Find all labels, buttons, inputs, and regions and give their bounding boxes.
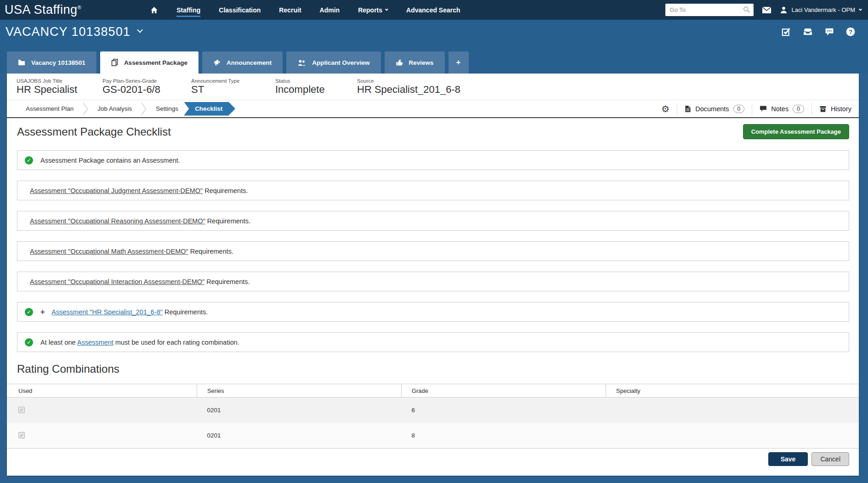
user-menu[interactable]: Laci Vandermark - OPM	[780, 6, 862, 14]
primary-nav: Staffing Classification Recruit Admin Re…	[150, 6, 460, 14]
settings-gear-button[interactable]: ⚙	[654, 103, 677, 115]
check-circle-icon: ✓	[25, 156, 33, 165]
info-job-title: USAJOBS Job Title HR Specialist	[17, 78, 84, 95]
app-logo[interactable]: USA Staffing®	[5, 3, 81, 17]
chevron-down-icon	[859, 8, 862, 11]
notes-count-badge: 0	[793, 105, 804, 113]
tab-label: Vacancy 10138501	[31, 59, 85, 66]
megaphone-icon	[213, 59, 221, 66]
svg-text:?: ?	[849, 28, 852, 35]
info-label: Pay Plan-Series-Grade	[102, 78, 173, 84]
step-settings[interactable]: Settings	[147, 105, 187, 112]
grade-cell: 6	[401, 398, 606, 423]
tab-label: Announcement	[227, 59, 272, 66]
vacancy-bar: VACANCY 10138501 ?	[0, 20, 868, 44]
specialty-cell	[606, 423, 859, 448]
checklist-item: ✓ Assessment Package contains an Assessm…	[17, 150, 849, 170]
cancel-button[interactable]: Cancel	[811, 452, 849, 466]
plus-icon: +	[456, 58, 461, 67]
vacancy-title-menu[interactable]: VACANCY 10138501	[6, 25, 142, 39]
chevron-down-icon	[385, 8, 388, 11]
info-value: GS-0201-6/8	[102, 84, 173, 95]
workspace-tabs: Vacancy 10138501 Assessment Package Anno…	[0, 44, 868, 74]
inbox-icon[interactable]	[803, 28, 813, 36]
registered-mark: ®	[78, 5, 82, 10]
assessment-requirements-link[interactable]: Assessment "Occupational Math Assessment…	[30, 248, 188, 255]
nav-staffing[interactable]: Staffing	[176, 6, 200, 17]
nav-classification[interactable]: Classification	[219, 6, 261, 14]
tasks-icon[interactable]	[782, 27, 791, 36]
checklist-text: Assessment Package contains an Assessmen…	[40, 157, 180, 164]
gear-icon: ⚙	[661, 104, 669, 114]
info-label: Status	[275, 78, 339, 84]
thumbs-up-icon	[396, 59, 403, 66]
assessment-requirements-link[interactable]: Assessment "HR Specialist_201_6-8"	[51, 308, 163, 316]
add-tab-button[interactable]: +	[448, 51, 469, 74]
complete-assessment-package-button[interactable]: Complete Assessment Package	[743, 124, 849, 139]
nav-recruit[interactable]: Recruit	[279, 6, 301, 14]
folder-icon	[18, 59, 25, 66]
search-icon[interactable]	[743, 6, 750, 15]
vacancy-quick-icons: ?	[782, 27, 855, 36]
tab-label: Reviews	[409, 59, 434, 66]
user-icon	[780, 6, 788, 14]
rating-combinations-section: Rating Combinations Used Series Grade Sp…	[7, 363, 859, 470]
step-job-analysis[interactable]: Job Analysis	[88, 105, 141, 112]
notes-button[interactable]: Notes 0	[752, 103, 811, 115]
assessment-requirements-link[interactable]: Assessment "Occupational Interaction Ass…	[30, 278, 204, 285]
nav-reports[interactable]: Reports	[358, 6, 388, 14]
tab-assessment-package[interactable]: Assessment Package	[100, 51, 199, 74]
info-status: Status Incomplete	[275, 78, 339, 95]
tab-reviews[interactable]: Reviews	[385, 51, 445, 74]
step-assessment-plan[interactable]: Assessment Plan	[17, 105, 83, 112]
series-cell: 0201	[197, 398, 401, 423]
checklist-text: must be used for each rating combination…	[113, 339, 239, 346]
content-panel: USAJOBS Job Title HR Specialist Pay Plan…	[7, 74, 859, 476]
mail-icon[interactable]	[762, 6, 772, 14]
info-value: HR Specialist	[17, 84, 84, 95]
tab-applicant-overview[interactable]: Applicant Overview	[286, 51, 380, 74]
expand-toggle[interactable]: +	[40, 308, 45, 316]
assessment-requirements-link[interactable]: Assessment "Occupational Reasoning Asses…	[30, 217, 205, 225]
tab-announcement[interactable]: Announcement	[202, 51, 283, 74]
checklist-text: Requirements.	[163, 308, 208, 316]
page-title: Assessment Package Checklist	[17, 125, 171, 138]
used-checkbox[interactable]: ✓	[18, 407, 25, 413]
checklist-section: Assessment Package Checklist Complete As…	[7, 118, 859, 352]
help-icon[interactable]: ?	[846, 27, 855, 36]
info-label: Announcement Type	[191, 78, 257, 84]
checklist-title-row: Assessment Package Checklist Complete As…	[17, 124, 849, 139]
checklist-item: Assessment "Occupational Reasoning Asses…	[17, 211, 849, 231]
tab-label: Applicant Overview	[312, 59, 369, 66]
series-cell: 0201	[197, 423, 401, 448]
assessment-subnav: Assessment Plan Job Analysis Settings Ch…	[7, 100, 859, 118]
step-separator-icon	[141, 102, 147, 116]
notes-label: Notes	[771, 105, 789, 113]
table-header-row: Used Series Grade Specialty	[7, 384, 859, 398]
documents-button[interactable]: Documents 0	[677, 103, 752, 115]
save-button[interactable]: Save	[768, 452, 808, 466]
specialty-cell	[606, 398, 859, 423]
goto-input[interactable]	[665, 4, 754, 16]
step-checklist[interactable]: Checklist	[184, 102, 235, 116]
chat-icon[interactable]	[825, 28, 834, 36]
form-actions: Save Cancel	[7, 448, 859, 470]
rating-combinations-title: Rating Combinations	[17, 363, 859, 375]
assessment-link[interactable]: Assessment	[77, 339, 113, 346]
documents-count-badge: 0	[733, 105, 745, 113]
tab-vacancy[interactable]: Vacancy 10138501	[7, 51, 96, 74]
info-source: Source HR Specialist_201_6-8	[357, 78, 460, 95]
user-name: Laci Vandermark - OPM	[792, 6, 855, 13]
table-row: ✓ 0201 8	[7, 423, 859, 448]
nav-admin[interactable]: Admin	[320, 6, 340, 14]
nav-advanced-search[interactable]: Advanced Search	[406, 6, 460, 14]
info-value: HR Specialist_201_6-8	[357, 84, 460, 95]
rating-combinations-table: Used Series Grade Specialty ✓ 0201 6 ✓ 0…	[7, 384, 859, 448]
home-icon[interactable]	[150, 6, 158, 14]
grade-cell: 8	[401, 423, 606, 448]
used-checkbox[interactable]: ✓	[18, 432, 25, 438]
history-button[interactable]: History	[811, 103, 859, 115]
column-header-grade: Grade	[401, 384, 606, 398]
vacancy-info-bar: USAJOBS Job Title HR Specialist Pay Plan…	[7, 74, 859, 100]
assessment-requirements-link[interactable]: Assessment "Occupational Judgment Assess…	[30, 187, 203, 194]
